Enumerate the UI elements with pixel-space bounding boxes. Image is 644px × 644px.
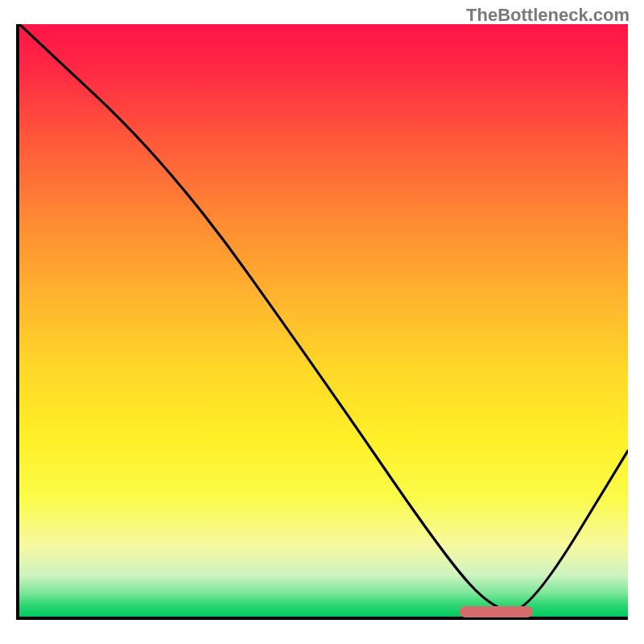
bottleneck-curve (19, 24, 628, 611)
watermark-text: TheBottleneck.com (466, 5, 630, 26)
curve-svg (19, 24, 628, 617)
optimal-marker (460, 606, 533, 617)
plot-area (16, 24, 628, 620)
